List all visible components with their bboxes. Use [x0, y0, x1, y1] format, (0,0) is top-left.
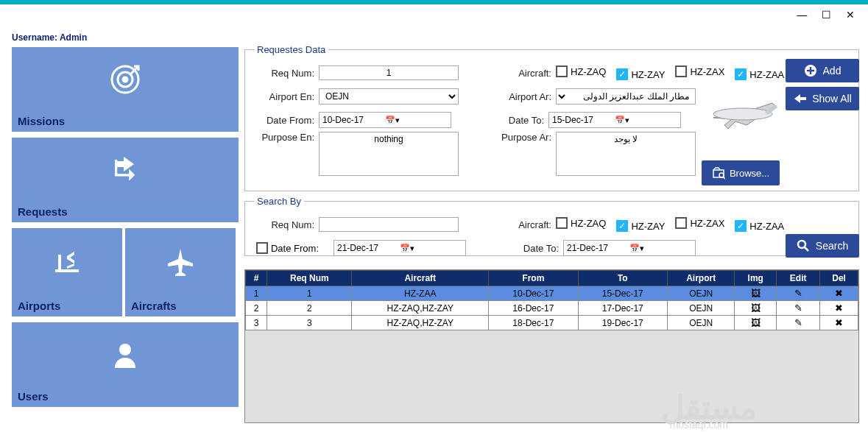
col-header[interactable]: From — [489, 271, 578, 286]
purpose-en-label: Purpose En: — [254, 132, 314, 143]
purpose-ar-label: Purpose Ar: — [497, 132, 551, 143]
table-row[interactable]: 11HZ-ZAA10-Dec-1715-Dec-17OEJN🖼✎✖ — [246, 286, 858, 301]
tile-label: Users — [18, 390, 49, 403]
purpose-ar-input[interactable]: لا يوجد — [556, 132, 696, 176]
tile-missions[interactable]: Missions — [12, 47, 239, 132]
airport-en-label: Airport En: — [254, 91, 314, 102]
user-icon — [110, 340, 140, 372]
calendar-icon: 📅▾ — [629, 244, 692, 253]
search-aircraft-checkbox-HZ-ZAA[interactable]: ✓HZ-ZAA — [735, 220, 784, 232]
add-button[interactable]: Add — [786, 59, 859, 82]
calendar-icon: 📅▾ — [615, 116, 677, 125]
req-aircraft-checkbox-HZ-ZAX[interactable]: HZ-ZAX — [675, 65, 724, 77]
col-header[interactable]: Del — [820, 271, 858, 286]
aircraft-label: Aircraft: — [497, 68, 551, 79]
req-aircraft-checkbox-HZ-ZAA[interactable]: ✓HZ-ZAA — [735, 68, 784, 80]
browse-button[interactable]: Browse... — [702, 160, 780, 185]
calendar-icon: 📅▾ — [400, 244, 462, 253]
svg-point-12 — [798, 241, 805, 248]
delete-icon[interactable]: ✖ — [820, 316, 858, 330]
search-by-panel: Search By Req Num: Aircraft: HZ-ZAQ✓HZ-Z… — [244, 196, 859, 256]
date-from-checkbox[interactable]: Date From: — [254, 242, 319, 254]
edit-icon[interactable]: ✎ — [777, 286, 820, 301]
req-num-label: Req Num: — [254, 68, 314, 79]
table-row[interactable]: 22HZ-ZAQ,HZ-ZAY16-Dec-1717-Dec-17OEJN🖼✎✖ — [246, 301, 858, 316]
results-table-container: #Req NumAircraftFromToAirportImgEditDel … — [244, 269, 859, 423]
airport-en-select[interactable]: OEJN — [319, 88, 459, 105]
req-aircraft-checkbox-HZ-ZAY[interactable]: ✓HZ-ZAY — [616, 68, 665, 80]
search-aircraft-checkbox-HZ-ZAX[interactable]: HZ-ZAX — [675, 217, 724, 229]
date-to-picker[interactable]: 15-Dec-17📅▾ — [548, 112, 681, 128]
username-label: Username: Admin — [12, 32, 87, 43]
tile-requests[interactable]: Requests — [12, 138, 239, 222]
date-to-label: Date To: — [490, 115, 544, 126]
search-legend: Search By — [254, 196, 304, 207]
svg-line-11 — [723, 177, 725, 179]
titlebar: — ☐ ✕ — [0, 0, 868, 25]
search-button[interactable]: Search — [786, 234, 859, 258]
svg-line-13 — [805, 247, 808, 251]
tile-users[interactable]: Users — [12, 322, 239, 407]
edit-icon[interactable]: ✎ — [777, 316, 820, 330]
tile-label: Requests — [18, 205, 68, 218]
target-icon — [109, 63, 141, 99]
img-icon[interactable]: 🖼 — [735, 301, 777, 316]
req-num-input[interactable] — [319, 65, 459, 80]
search-aircraft-label: Aircraft: — [497, 219, 551, 230]
calendar-icon: 📅▾ — [385, 116, 448, 125]
table-row[interactable]: 33HZ-ZAQ,HZ-ZAY18-Dec-1719-Dec-17OEJN🖼✎✖ — [246, 316, 858, 330]
tile-label: Aircrafts — [131, 300, 177, 312]
date-from-picker[interactable]: 10-Dec-17📅▾ — [319, 112, 451, 128]
purpose-en-input[interactable]: nothing — [319, 132, 459, 176]
airport-ar-select[interactable]: مطار الملك عبدالعزيز الدولى — [556, 88, 696, 105]
airport-icon — [52, 247, 82, 280]
maximize-icon[interactable]: ☐ — [822, 9, 837, 21]
share-icon — [109, 154, 141, 189]
col-header[interactable]: Req Num — [267, 271, 352, 286]
minimize-icon[interactable]: — — [797, 9, 813, 21]
img-icon[interactable]: 🖼 — [735, 316, 777, 330]
search-date-to-picker[interactable]: 21-Dec-17📅▾ — [563, 240, 696, 256]
search-aircraft-checkbox-HZ-ZAQ[interactable]: HZ-ZAQ — [556, 217, 606, 229]
col-header[interactable]: # — [246, 271, 267, 286]
svg-rect-5 — [58, 255, 61, 269]
col-header[interactable]: Img — [735, 271, 777, 286]
close-icon[interactable]: ✕ — [846, 9, 861, 21]
delete-icon[interactable]: ✖ — [820, 286, 858, 301]
req-aircraft-checkbox-HZ-ZAQ[interactable]: HZ-ZAQ — [556, 65, 606, 77]
col-header[interactable]: Aircraft — [352, 271, 489, 286]
show-all-button[interactable]: Show All — [786, 87, 859, 110]
search-date-from-picker[interactable]: 21-Dec-17📅▾ — [334, 240, 466, 256]
date-from-label: Date From: — [254, 115, 314, 126]
svg-point-6 — [119, 344, 131, 355]
search-aircraft-checkbox-HZ-ZAY[interactable]: ✓HZ-ZAY — [616, 220, 665, 232]
edit-icon[interactable]: ✎ — [777, 301, 820, 316]
svg-point-7 — [713, 108, 772, 120]
svg-rect-4 — [55, 269, 79, 272]
col-header[interactable]: To — [578, 271, 667, 286]
search-req-num-label: Req Num: — [254, 219, 314, 230]
airport-ar-label: Airport Ar: — [497, 91, 551, 102]
search-req-num-input[interactable] — [319, 217, 459, 232]
svg-rect-9 — [713, 170, 724, 177]
requests-legend: Requestes Data — [254, 44, 328, 55]
col-header[interactable]: Airport — [667, 271, 734, 286]
tile-aircrafts[interactable]: Aircrafts — [125, 228, 236, 316]
tile-airports[interactable]: Airports — [12, 228, 122, 316]
svg-point-2 — [123, 77, 127, 82]
results-table: #Req NumAircraftFromToAirportImgEditDel … — [245, 270, 858, 330]
col-header[interactable]: Edit — [777, 271, 820, 286]
aircraft-icon — [166, 247, 195, 280]
img-icon[interactable]: 🖼 — [735, 286, 777, 301]
tile-label: Missions — [18, 115, 65, 127]
delete-icon[interactable]: ✖ — [820, 301, 858, 316]
plane-icon — [706, 88, 780, 135]
search-date-to-label: Date To: — [504, 243, 559, 254]
tile-label: Airports — [18, 300, 60, 312]
